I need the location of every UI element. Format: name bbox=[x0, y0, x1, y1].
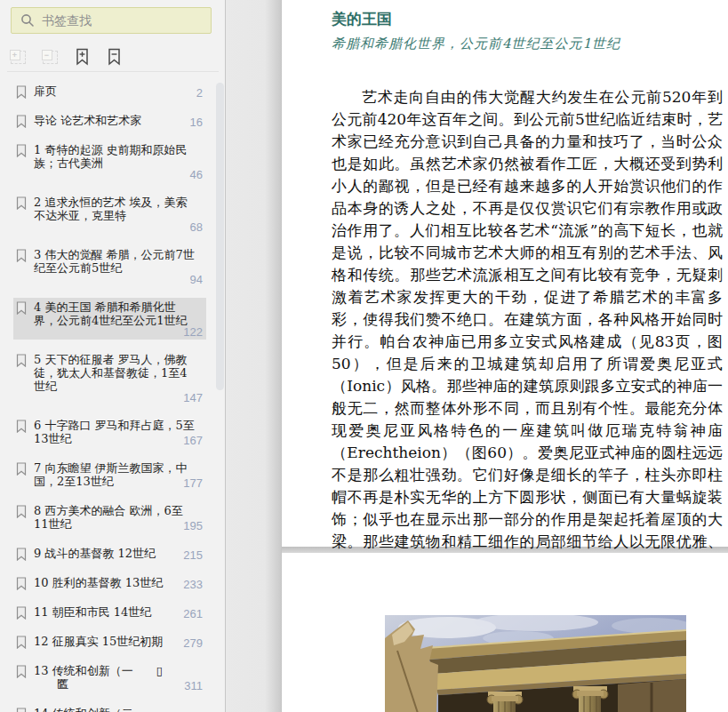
toc-item-page: 261 bbox=[183, 607, 203, 620]
toc-item-chapter-6[interactable]: 6 十字路口 罗马和拜占庭，5至13世纪 167 bbox=[13, 416, 206, 448]
bookmark-icon bbox=[16, 665, 27, 678]
bookmark-icon bbox=[16, 144, 27, 157]
add-bookmark-button[interactable] bbox=[71, 46, 92, 68]
toc-item-page: 68 bbox=[190, 220, 203, 234]
toc-item-label: 扉页 bbox=[34, 84, 197, 98]
chapter-paragraph: 艺术走向自由的伟大觉醒大约发生在公元前520年到公元前420年这百年之间。到公元… bbox=[332, 86, 723, 575]
toc-item-label: 导论 论艺术和艺术家 bbox=[34, 114, 197, 127]
book-page-current: 美的王国 希腊和希腊化世界，公元前4世纪至公元1世纪 艺术走向自由的伟大觉醒大约… bbox=[282, 0, 728, 547]
toc-item-label: 4 美的王国 希腊和希腊化世界，公元前4世纪至公元1世纪 bbox=[34, 300, 197, 327]
toc-item-label: 12 征服真实 15世纪初期 bbox=[34, 635, 197, 648]
bookmark-icon bbox=[16, 708, 27, 712]
page-gutter bbox=[226, 0, 282, 712]
temple-photo-graphic bbox=[385, 615, 686, 712]
toc-item-chapter-5[interactable]: 5 天下的征服者 罗马人，佛教徒，犹太人和基督教徒，1至4世纪 147 bbox=[13, 350, 206, 405]
reading-pane: 美的王国 希腊和希腊化世界，公元前4世纪至公元1世纪 艺术走向自由的伟大觉醒大约… bbox=[282, 0, 728, 712]
chapter-subtitle: 希腊和希腊化世界，公元前4世纪至公元1世纪 bbox=[332, 36, 723, 52]
toc-item-label: 3 伟大的觉醒 希腊，公元前7世纪至公元前5世纪 bbox=[34, 248, 197, 275]
toc-item-label: 11 朝臣和市民 14世纪 bbox=[34, 605, 197, 619]
toc-item-chapter-8[interactable]: 8 西方美术的融合 欧洲，6至11世纪 195 bbox=[13, 501, 206, 533]
toc-item-chapter-7[interactable]: 7 向东瞻望 伊斯兰教国家，中国，2至13世纪 177 bbox=[13, 459, 206, 491]
remove-bookmark-icon bbox=[107, 48, 122, 66]
toc-item-page: 94 bbox=[190, 273, 203, 286]
bookmark-icon bbox=[16, 462, 27, 476]
bookmark-icon bbox=[16, 354, 27, 367]
expand-all-button[interactable]: + bbox=[7, 46, 28, 68]
bookmark-icon bbox=[16, 301, 27, 315]
toc-item-chapter-4-selected[interactable]: 4 美的王国 希腊和希腊化世界，公元前4世纪至公元1世纪 122 bbox=[13, 298, 206, 340]
sidebar-scrollbar-thumb[interactable] bbox=[216, 83, 224, 390]
toc-item-chapter-14[interactable]: 14 传统和创新（二 릘i 匶 338 bbox=[13, 704, 206, 712]
collapse-all-icon: − bbox=[43, 51, 58, 64]
toc-item-label: 14 传统和创新（二 릘i 匶 bbox=[34, 707, 197, 712]
toc-item-page: 177 bbox=[183, 476, 203, 490]
toc-item-label: 2 追求永恒的艺术 埃及，美索不达米亚，克里特 bbox=[34, 196, 197, 222]
toc-item-page: 167 bbox=[183, 434, 203, 447]
remove-bookmark-button[interactable] bbox=[103, 46, 124, 68]
bookmark-icon bbox=[16, 505, 27, 518]
toc-item-chapter-1[interactable]: 1 奇特的起源 史前期和原始民族；古代美洲 46 bbox=[13, 140, 206, 182]
bookmark-icon bbox=[16, 606, 27, 620]
book-page-next bbox=[282, 553, 728, 712]
toc-item-page: 2 bbox=[196, 86, 203, 100]
toc-item-label: 8 西方美术的融合 欧洲，6至11世纪 bbox=[34, 504, 197, 531]
toc-item-page: 16 bbox=[190, 116, 203, 129]
toc-item-chapter-2[interactable]: 2 追求永恒的艺术 埃及，美索不达米亚，克里特 68 bbox=[13, 193, 206, 235]
toc-item-page: 233 bbox=[183, 578, 203, 591]
toc-item-page: 279 bbox=[183, 636, 203, 650]
add-bookmark-icon bbox=[75, 48, 90, 66]
toc-item-page: 311 bbox=[184, 679, 203, 692]
toc-item-chapter-11[interactable]: 11 朝臣和市民 14世纪 261 bbox=[13, 603, 206, 621]
toc-item-page: 215 bbox=[183, 548, 203, 562]
toc-item-introduction[interactable]: 导论 论艺术和艺术家 16 bbox=[13, 111, 206, 130]
toc-item-label: 10 胜利的基督教 13世纪 bbox=[34, 576, 197, 589]
toc-item-page: 46 bbox=[190, 168, 203, 181]
toc-item-page: 122 bbox=[183, 325, 203, 339]
erechtheion-photo bbox=[385, 615, 686, 712]
bookmarks-toolbar: + − bbox=[7, 43, 219, 72]
toc-item-chapter-9[interactable]: 9 战斗的基督教 12世纪 215 bbox=[13, 544, 206, 563]
bookmark-search-input[interactable] bbox=[40, 12, 205, 28]
toc-item-label: 7 向东瞻望 伊斯兰教国家，中国，2至13世纪 bbox=[34, 461, 197, 488]
chapter-title: 美的王国 bbox=[332, 9, 723, 29]
toc-item-label: 9 战斗的基督教 12世纪 bbox=[34, 547, 197, 560]
toc-item-chapter-13[interactable]: 13 传统和创新（一 ▯ 匶 311 bbox=[13, 661, 206, 693]
bookmark-icon bbox=[16, 577, 27, 590]
search-icon bbox=[20, 13, 35, 28]
bookmarks-sidebar: + − 扉页 2 bbox=[0, 0, 226, 712]
toc-item-page: 195 bbox=[183, 519, 203, 532]
toc-item-label: 6 十字路口 罗马和拜占庭，5至13世纪 bbox=[34, 419, 197, 445]
toc-item-chapter-12[interactable]: 12 征服真实 15世纪初期 279 bbox=[13, 632, 206, 651]
toc-item-page: 147 bbox=[183, 391, 203, 404]
bookmark-icon bbox=[16, 249, 27, 262]
toc-item-chapter-10[interactable]: 10 胜利的基督教 13世纪 233 bbox=[13, 573, 206, 592]
bookmark-icon bbox=[16, 196, 27, 210]
collapse-all-button[interactable]: − bbox=[39, 46, 60, 68]
bookmark-search-box[interactable] bbox=[11, 7, 212, 34]
bookmarks-list: 扉页 2 导论 论艺术和艺术家 16 1 奇特的起源 史前期和原始民族；古代美洲… bbox=[0, 75, 226, 712]
expand-all-icon: + bbox=[11, 51, 26, 64]
bookmark-icon bbox=[16, 636, 27, 649]
toc-item-front-page[interactable]: 扉页 2 bbox=[13, 82, 206, 100]
toc-item-chapter-3[interactable]: 3 伟大的觉醒 希腊，公元前7世纪至公元前5世纪 94 bbox=[13, 245, 206, 287]
bookmark-icon bbox=[16, 420, 27, 433]
toc-item-label: 5 天下的征服者 罗马人，佛教徒，犹太人和基督教徒，1至4世纪 bbox=[34, 353, 197, 393]
toc-item-label: 1 奇特的起源 史前期和原始民族；古代美洲 bbox=[34, 143, 197, 170]
bookmark-icon bbox=[16, 85, 27, 99]
bookmark-icon bbox=[16, 115, 27, 128]
toc-item-label: 13 传统和创新（一 ▯ 匶 bbox=[34, 664, 197, 691]
bookmark-icon bbox=[16, 548, 27, 561]
